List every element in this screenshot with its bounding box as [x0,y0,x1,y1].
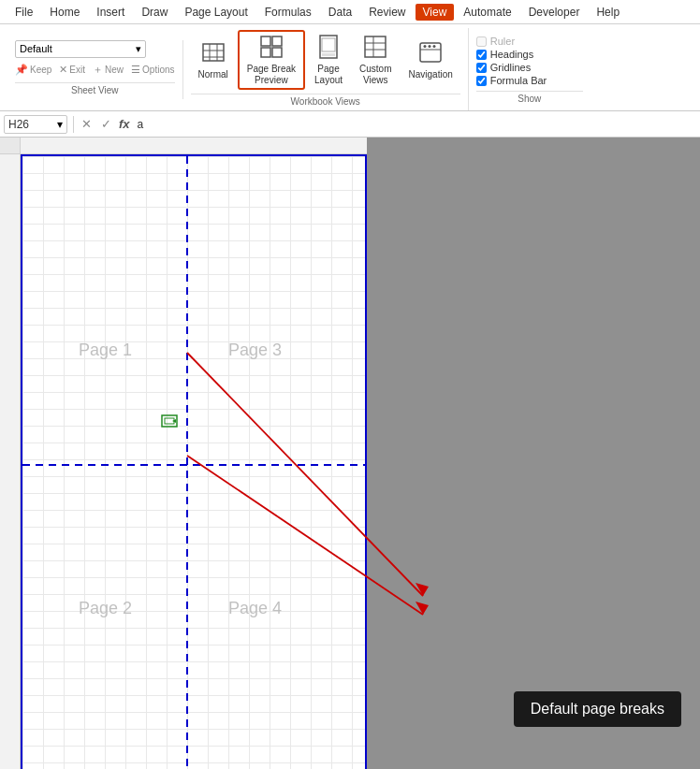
page3-label: Page 3 [228,341,282,360]
horizontal-page-break[interactable] [22,464,365,466]
navigation-label: Navigation [409,69,453,80]
custom-views-icon [362,34,388,64]
normal-view-icon [200,39,226,69]
custom-views-label: CustomViews [359,64,391,86]
new-icon: ＋ [93,63,103,77]
new-label: New [105,65,124,75]
fx-icon: fx [119,117,130,131]
page-layout-view-label: PageLayout [314,64,343,86]
menu-insert[interactable]: Insert [89,4,132,21]
sheet-view-new[interactable]: ＋ New [93,63,124,77]
ruler-label: Ruler [490,36,515,47]
svg-rect-6 [272,36,282,46]
sheet-view-dropdown-value: Default [20,43,52,54]
svg-rect-11 [322,53,335,56]
page-break-preview-area: Page 1 Page 2 Page 3 Page 4 [21,154,367,769]
tooltip-text: Default page breaks [531,701,664,717]
navigation-button[interactable]: Navigation [401,37,460,82]
ribbon-group-show: Ruler Headings Gridlines Formula Bar Sho… [469,31,591,108]
cell-ref-value: H26 [8,118,29,131]
svg-rect-5 [261,36,270,46]
navigation-icon [417,39,444,69]
menu-data[interactable]: Data [321,4,359,21]
sheet-view-exit[interactable]: ✕ Exit [59,64,85,76]
ruler-checkbox-row: Ruler [476,35,583,48]
main-area: Page 1 Page 2 Page 3 Page 4 Default page… [0,138,700,769]
gridlines-label: Gridlines [490,62,531,73]
ruler-checkbox[interactable] [476,36,487,47]
keep-icon: 📌 [15,64,28,76]
sheet-view-keep[interactable]: 📌 Keep [15,64,51,76]
gray-area [371,138,700,769]
show-group-label: Show [476,91,583,108]
keep-label: Keep [30,65,51,75]
sheet-view-options[interactable]: ☰ Options [131,64,174,76]
formula-bar-buttons: ✕ ✓ fx [80,117,134,131]
custom-views-button[interactable]: CustomViews [352,32,399,88]
cancel-formula-button[interactable]: ✕ [80,117,94,131]
headings-checkbox-row: Headings [476,48,583,61]
cell-ref-dropdown-icon: ▾ [57,118,63,131]
svg-rect-7 [261,48,270,57]
formula-input[interactable] [138,118,696,131]
sheet-view-dropdown[interactable]: Default ▾ [15,40,146,58]
svg-point-20 [433,45,436,48]
svg-rect-12 [365,36,386,57]
svg-rect-10 [322,38,335,51]
workbook-views-content: Normal Page BreakPreview [191,28,460,92]
menu-home[interactable]: Home [42,4,87,21]
svg-point-18 [424,45,427,48]
cell-reference-box[interactable]: H26 ▾ [4,115,67,134]
formula-bar-checkbox[interactable] [476,76,487,86]
menu-review[interactable]: Review [361,4,413,21]
menu-bar: File Home Insert Draw Page Layout Formul… [0,0,700,24]
formula-bar-checkbox-row: Formula Bar [476,74,583,87]
exit-label: Exit [69,65,85,75]
formula-bar: H26 ▾ ✕ ✓ fx [0,111,700,138]
headings-checkbox[interactable] [476,50,487,60]
formula-bar-label: Formula Bar [490,75,547,86]
page-layout-icon [315,34,342,64]
options-icon: ☰ [131,64,140,76]
sheet-view-actions: 📌 Keep ✕ Exit ＋ New ☰ Options [15,61,175,79]
page-layout-view-button[interactable]: PageLayout [307,32,350,88]
menu-draw[interactable]: Draw [134,4,175,21]
ribbon: Default ▾ 📌 Keep ✕ Exit ＋ New [0,24,700,111]
svg-rect-8 [272,48,282,57]
dropdown-arrow-icon: ▾ [136,43,141,55]
menu-view[interactable]: View [416,4,455,21]
normal-view-button[interactable]: Normal [191,37,236,82]
gridlines-checkbox[interactable] [476,63,487,73]
tooltip-box: Default page breaks [514,691,681,727]
workbook-views-label: Workbook Views [191,94,460,110]
gridlines-checkbox-row: Gridlines [476,61,583,74]
menu-developer[interactable]: Developer [521,4,588,21]
page-break-icon [258,34,284,64]
headings-label: Headings [490,49,533,60]
formula-bar-divider [73,116,74,133]
page-break-preview-button[interactable]: Page BreakPreview [238,30,305,90]
page-break-preview-label: Page BreakPreview [247,64,296,86]
cell-icon [161,414,178,430]
page4-label: Page 4 [228,599,282,618]
page2-label: Page 2 [79,599,132,618]
menu-help[interactable]: Help [589,4,627,21]
ribbon-group-sheet-view: Default ▾ 📌 Keep ✕ Exit ＋ New [7,40,183,99]
menu-file[interactable]: File [7,4,40,21]
options-label: Options [142,65,174,75]
row-numbers [0,138,21,769]
page1-label: Page 1 [79,341,132,360]
sheet-view-label: Sheet View [15,82,175,99]
exit-icon: ✕ [59,64,67,76]
ribbon-group-workbook-views: Normal Page BreakPreview [183,28,469,110]
svg-rect-0 [203,44,224,61]
svg-point-19 [429,45,431,48]
normal-view-label: Normal [198,69,228,80]
vertical-page-break[interactable] [186,156,188,769]
menu-automate[interactable]: Automate [456,4,518,21]
menu-page-layout[interactable]: Page Layout [177,4,255,21]
menu-formulas[interactable]: Formulas [257,4,319,21]
column-header-row [21,138,367,154]
confirm-formula-button[interactable]: ✓ [99,117,113,131]
